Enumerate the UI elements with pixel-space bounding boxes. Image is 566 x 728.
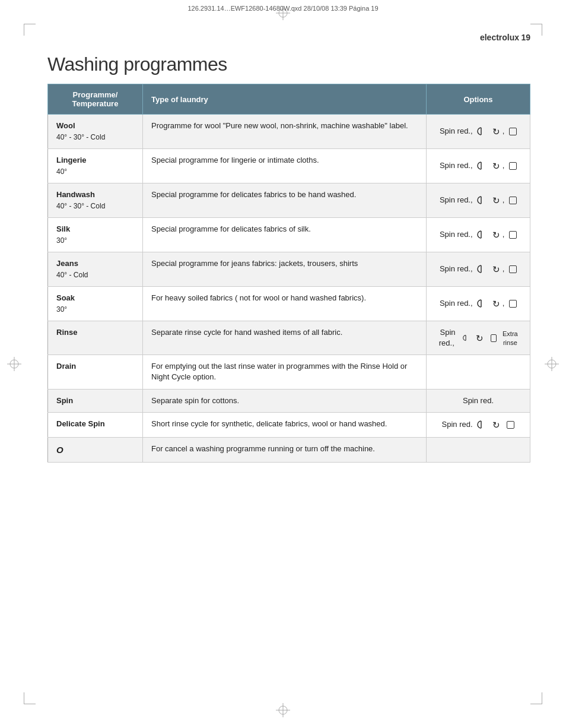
col-header-options: Options (427, 84, 530, 115)
table-header-row: Programme/Temperature Type of laundry Op… (48, 84, 530, 115)
table-row: Wool40° - 30° - ColdProgramme for wool "… (48, 115, 530, 149)
recycle-arrow-icon: ↻ (476, 332, 484, 344)
options-icons: Spin red., ↻, (440, 160, 517, 172)
options-cell: Spin red., ↻, (427, 286, 530, 321)
programme-name: Lingerie (56, 156, 87, 164)
page-number: 19 (521, 33, 530, 42)
options-cell: Spin red., ↻, (427, 217, 530, 252)
programme-cell: Spin (48, 389, 143, 412)
table-row: Jeans40° - ColdSpecial programme for jea… (48, 252, 530, 286)
square-icon (491, 334, 497, 342)
recycle-arrow-icon: ↻ (492, 194, 500, 207)
options-icons: Spin red., ↻, (440, 229, 517, 241)
half-moon-icon (477, 299, 485, 308)
options-cell: Spin red., ↻, (427, 252, 530, 286)
programme-cell: Delicate Spin (48, 412, 143, 437)
programme-name: Silk (56, 224, 70, 233)
corner-mark-tr (530, 24, 542, 36)
options-cell: Spin red., ↻, (427, 115, 530, 149)
programme-cell: Rinse (48, 321, 143, 354)
recycle-arrow-icon: ↻ (492, 297, 500, 310)
options-icons: Spin red., ↻, (440, 194, 517, 207)
file-info-text: 126.2931.14…EWF12680-14680W.qxd 28/10/08… (187, 5, 378, 12)
half-moon-icon (477, 162, 485, 170)
page-title: Washing programmes (47, 53, 530, 75)
extra-rinse-note: Extra rinse (499, 330, 522, 348)
programme-name: O (56, 445, 63, 455)
recycle-arrow-icon: ↻ (492, 160, 500, 172)
table-row: Delicate SpinShort rinse cycle for synth… (48, 412, 530, 437)
programme-cell: Lingerie40° (48, 148, 143, 183)
programme-name: Drain (56, 362, 76, 371)
description-cell: Separate rinse cycle for hand washed ite… (143, 321, 427, 354)
programme-cell: O (48, 437, 143, 462)
col-header-laundry: Type of laundry (143, 84, 427, 115)
square-icon (509, 162, 517, 170)
table-row: RinseSeparate rinse cycle for hand washe… (48, 321, 530, 354)
square-icon (509, 300, 517, 308)
options-cell: Spin red. (427, 389, 530, 412)
options-icons: Spin red., ↻ Extra rinse (435, 327, 522, 349)
temperature: 40° - 30° - Cold (56, 201, 134, 211)
main-content: Washing programmes Programme/Temperature… (47, 53, 530, 463)
half-moon-icon (477, 196, 485, 204)
table-row: SpinSeparate spin for cottons.Spin red. (48, 389, 530, 412)
brand-page-number: electrolux 19 (480, 33, 530, 42)
square-icon (509, 128, 517, 135)
options-icons: Spin red., ↻, (440, 263, 517, 276)
square-icon (507, 421, 514, 429)
programme-cell: Handwash40° - 30° - Cold (48, 183, 143, 217)
half-moon-icon (463, 334, 469, 342)
half-moon-icon (477, 127, 485, 135)
options-cell (427, 437, 530, 462)
corner-mark-br (530, 692, 542, 704)
half-moon-icon (477, 420, 485, 429)
programme-name: Rinse (56, 328, 77, 337)
temperature: 40° - Cold (56, 270, 134, 280)
square-icon (509, 231, 517, 239)
description-cell: Special programme for delicates fabrics … (143, 217, 427, 252)
crosshair-right (545, 357, 559, 371)
table-row: OFor cancel a washing programme running … (48, 437, 530, 462)
options-cell: Spin red., ↻ Extra rinse (427, 321, 530, 354)
programme-cell: Silk30° (48, 217, 143, 252)
table-row: Handwash40° - 30° - ColdSpecial programm… (48, 183, 530, 217)
file-info-header: 126.2931.14…EWF12680-14680W.qxd 28/10/08… (187, 5, 378, 12)
temperature: 30° (56, 236, 134, 246)
options-cell: Spin red., ↻, (427, 148, 530, 183)
corner-mark-tl (24, 24, 36, 36)
programme-name: Handwash (56, 190, 95, 199)
description-cell: Short rinse cycle for synthetic, delicat… (143, 412, 427, 437)
half-moon-icon (477, 265, 485, 273)
corner-mark-bl (24, 692, 36, 704)
description-cell: For emptying out the last rinse water in… (143, 355, 427, 389)
programme-name: Soak (56, 293, 75, 302)
programme-name: Wool (56, 121, 75, 130)
description-cell: Separate spin for cottons. (143, 389, 427, 412)
table-row: Soak30°For heavy soiled fabrics ( not fo… (48, 286, 530, 321)
options-icons: Spin red., ↻, (440, 297, 517, 310)
options-icons: Spin red. ↻ (442, 419, 515, 431)
crosshair-bottom (276, 703, 290, 717)
programme-name: Spin (56, 396, 73, 405)
brand-name: electrolux (480, 33, 519, 42)
description-cell: Special programme for lingerie or intima… (143, 148, 427, 183)
description-cell: Programme for wool "Pure new wool, non-s… (143, 115, 427, 149)
programme-cell: Wool40° - 30° - Cold (48, 115, 143, 149)
options-cell: Spin red. ↻ (427, 412, 530, 437)
description-cell: For heavy soiled fabrics ( not for wool … (143, 286, 427, 321)
programme-name: Jeans (56, 259, 78, 268)
table-row: DrainFor emptying out the last rinse wat… (48, 355, 530, 389)
programme-cell: Drain (48, 355, 143, 389)
description-cell: Special programme for delicates fabrics … (143, 183, 427, 217)
recycle-arrow-icon: ↻ (492, 125, 500, 138)
description-cell: For cancel a washing programme running o… (143, 437, 427, 462)
square-icon (509, 197, 517, 204)
programme-name: Delicate Spin (56, 419, 105, 428)
temperature: 40° - 30° - Cold (56, 132, 134, 143)
washing-table: Programme/Temperature Type of laundry Op… (47, 84, 530, 463)
table-row: Silk30°Special programme for delicates f… (48, 217, 530, 252)
programme-cell: Soak30° (48, 286, 143, 321)
recycle-arrow-icon: ↻ (492, 229, 500, 241)
crosshair-left (7, 357, 21, 371)
